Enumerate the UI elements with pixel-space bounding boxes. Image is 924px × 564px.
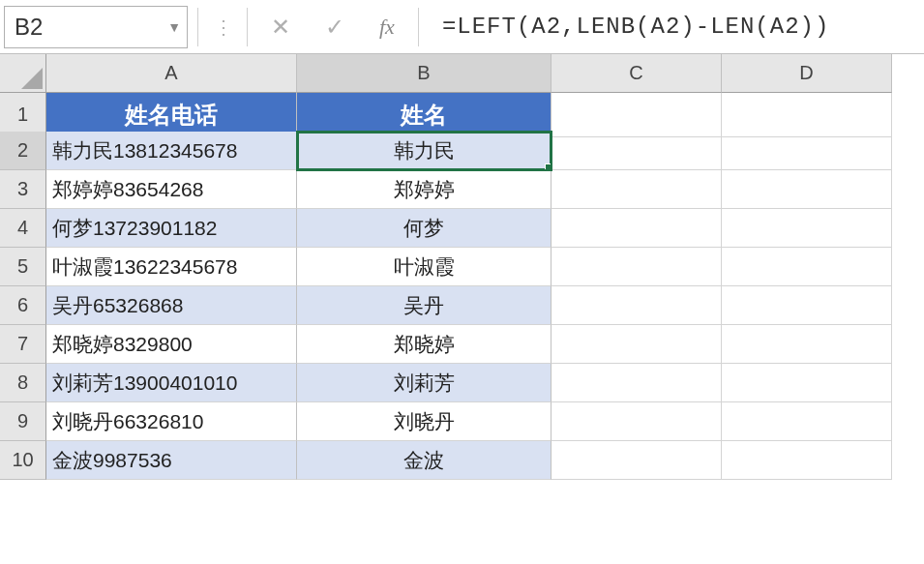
cell-D6[interactable] <box>722 286 892 325</box>
row-header-8[interactable]: 8 <box>0 364 46 402</box>
row-header-7[interactable]: 7 <box>0 325 46 364</box>
cell-B6[interactable]: 吴丹 <box>297 286 551 325</box>
cell-C7[interactable] <box>551 325 722 364</box>
cell-A7[interactable]: 郑晓婷8329800 <box>46 325 297 364</box>
cell-D4[interactable] <box>722 209 892 248</box>
cell-D10[interactable] <box>722 441 892 480</box>
cell-D7[interactable] <box>722 325 892 364</box>
cell-B2[interactable]: 韩力民 <box>297 132 551 170</box>
cell-C8[interactable] <box>551 364 722 402</box>
col-header-B[interactable]: B <box>297 54 551 93</box>
cell-C10[interactable] <box>551 441 722 480</box>
divider <box>247 8 248 46</box>
row-header-2[interactable]: 2 <box>0 132 46 170</box>
cell-D9[interactable] <box>722 402 892 441</box>
cell-B8[interactable]: 刘莉芳 <box>297 364 551 402</box>
cell-C6[interactable] <box>551 286 722 325</box>
cell-A6[interactable]: 吴丹65326868 <box>46 286 297 325</box>
cell-A3[interactable]: 郑婷婷83654268 <box>46 170 297 209</box>
row-header-10[interactable]: 10 <box>0 441 46 480</box>
chevron-down-icon[interactable]: ▼ <box>167 19 181 35</box>
cell-B9[interactable]: 刘晓丹 <box>297 402 551 441</box>
cell-C4[interactable] <box>551 209 722 248</box>
cell-C3[interactable] <box>551 170 722 209</box>
cell-A9[interactable]: 刘晓丹66326810 <box>46 402 297 441</box>
cell-C5[interactable] <box>551 248 722 286</box>
confirm-icon[interactable]: ✓ <box>308 14 362 41</box>
name-box[interactable]: B2 ▼ <box>4 6 188 48</box>
cell-B5[interactable]: 叶淑霞 <box>297 248 551 286</box>
cell-B10[interactable]: 金波 <box>297 441 551 480</box>
divider <box>197 8 198 46</box>
divider <box>418 8 419 46</box>
col-header-A[interactable]: A <box>46 54 297 93</box>
cell-A2[interactable]: 韩力民13812345678 <box>46 132 297 170</box>
cell-C2[interactable] <box>551 132 722 170</box>
cell-D3[interactable] <box>722 170 892 209</box>
dots-icon: ⋮ <box>204 15 241 39</box>
cancel-icon[interactable]: ✕ <box>253 14 308 41</box>
cell-A5[interactable]: 叶淑霞13622345678 <box>46 248 297 286</box>
formula-input[interactable]: =LEFT(A2,LENB(A2)-LEN(A2)) <box>425 14 924 40</box>
row-header-3[interactable]: 3 <box>0 170 46 209</box>
cell-D2[interactable] <box>722 132 892 170</box>
cell-B3[interactable]: 郑婷婷 <box>297 170 551 209</box>
select-all-corner[interactable] <box>0 54 46 93</box>
cell-B7[interactable]: 郑晓婷 <box>297 325 551 364</box>
cell-A4[interactable]: 何梦13723901182 <box>46 209 297 248</box>
cell-B4[interactable]: 何梦 <box>297 209 551 248</box>
cell-D8[interactable] <box>722 364 892 402</box>
col-header-D[interactable]: D <box>722 54 892 93</box>
row-header-6[interactable]: 6 <box>0 286 46 325</box>
cell-A10[interactable]: 金波9987536 <box>46 441 297 480</box>
cell-reference: B2 <box>15 14 43 41</box>
cell-A8[interactable]: 刘莉芳13900401010 <box>46 364 297 402</box>
cell-D5[interactable] <box>722 248 892 286</box>
col-header-C[interactable]: C <box>551 54 722 93</box>
cell-C9[interactable] <box>551 402 722 441</box>
row-header-4[interactable]: 4 <box>0 209 46 248</box>
spreadsheet-grid: A B C D 1 姓名电话 姓名 2 韩力民13812345678 韩力民 3… <box>0 54 924 480</box>
fx-icon[interactable]: fx <box>362 15 412 40</box>
row-header-5[interactable]: 5 <box>0 248 46 286</box>
row-header-9[interactable]: 9 <box>0 402 46 441</box>
formula-bar: B2 ▼ ⋮ ✕ ✓ fx =LEFT(A2,LENB(A2)-LEN(A2)) <box>0 0 924 54</box>
